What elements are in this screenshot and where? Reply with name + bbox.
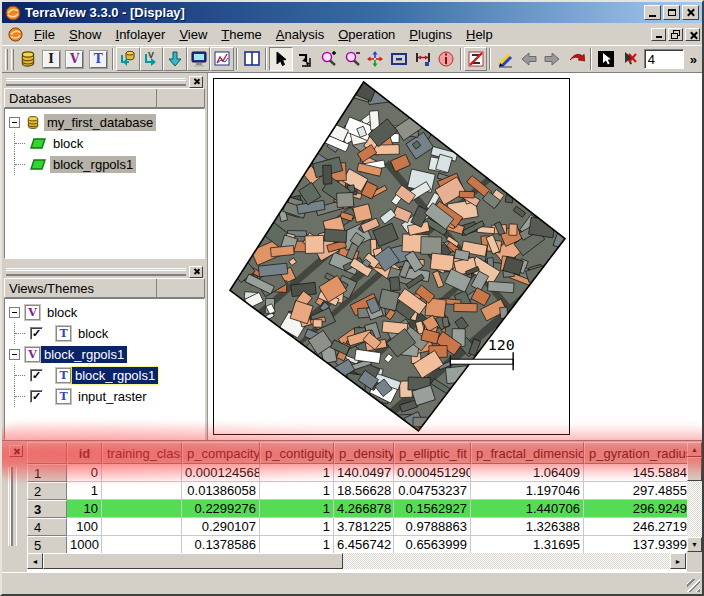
mdi-restore-button[interactable]: [668, 28, 683, 41]
cell-p-elliptic-fit[interactable]: 0.0004512905: [394, 464, 471, 482]
cell-p-gyration-radius[interactable]: 296.9249: [584, 500, 687, 518]
collapse-icon[interactable]: [9, 307, 20, 318]
scroll-left-button[interactable]: ◄: [27, 553, 43, 569]
cell-p-compacity[interactable]: 0.1378586: [182, 536, 260, 554]
layer-label[interactable]: block_rgpols1: [50, 156, 136, 173]
tree-item-theme[interactable]: ✓ T block: [7, 323, 204, 344]
tile-windows-button[interactable]: [240, 47, 264, 71]
checkbox-checked[interactable]: ✓: [30, 369, 43, 382]
checkbox-checked[interactable]: ✓: [30, 390, 43, 403]
mdi-minimize-button[interactable]: [651, 28, 666, 41]
tree-item-view[interactable]: V block: [7, 302, 204, 323]
row-number[interactable]: 4: [27, 518, 67, 536]
cell-p-contiguity[interactable]: 1: [260, 518, 334, 536]
cell-training-class[interactable]: [102, 500, 182, 518]
cell-p-gyration-radius[interactable]: 137.9399: [584, 536, 687, 554]
view-label[interactable]: block_rgpols1: [41, 346, 127, 363]
cell-id[interactable]: 100: [67, 518, 102, 536]
resize-grip[interactable]: [687, 579, 700, 592]
import-data-button[interactable]: [116, 47, 140, 71]
cell-p-elliptic-fit[interactable]: 0.04753237: [394, 482, 471, 500]
cell-p-gyration-radius[interactable]: 246.2719: [584, 518, 687, 536]
graphic-scale-button[interactable]: [464, 47, 488, 71]
database-label[interactable]: my_first_database: [44, 114, 156, 131]
previous-display-button[interactable]: [517, 47, 541, 71]
cell-p-compacity[interactable]: 0.2299276: [182, 500, 260, 518]
view-button[interactable]: V: [63, 47, 87, 71]
column-header-p-contiguity[interactable]: p_contiguity: [260, 442, 334, 464]
cell-p-density[interactable]: 6.456742: [334, 536, 394, 554]
theme-button[interactable]: T: [86, 47, 110, 71]
cell-id[interactable]: 0: [67, 464, 102, 482]
scroll-down-button[interactable]: ▼: [687, 537, 702, 552]
view-label[interactable]: block: [44, 304, 80, 321]
horizontal-scroll-thumb[interactable]: [43, 553, 343, 569]
tree-item-database[interactable]: my_first_database: [7, 112, 204, 133]
unselect-objects-button[interactable]: [617, 47, 641, 71]
cell-p-elliptic-fit[interactable]: 0.9788863: [394, 518, 471, 536]
cell-training-class[interactable]: [102, 482, 182, 500]
row-number[interactable]: 2: [27, 482, 67, 500]
column-header-p-gyration-radius[interactable]: p_gyration_radius: [584, 442, 687, 464]
cell-p-fractal-dimension[interactable]: 1.31695: [471, 536, 584, 554]
more-tools-chevron[interactable]: »: [687, 52, 700, 67]
column-header-p-density[interactable]: p_density: [334, 442, 394, 464]
vertical-scrollbar[interactable]: ▲ ▼: [687, 442, 702, 552]
cell-training-class[interactable]: [102, 536, 182, 554]
undo-button[interactable]: [564, 47, 588, 71]
scale-input[interactable]: [644, 49, 684, 69]
tree-item-layer[interactable]: block: [7, 133, 204, 154]
cell-p-elliptic-fit[interactable]: 0.6563999: [394, 536, 471, 554]
cell-p-density[interactable]: 3.781225: [334, 518, 394, 536]
zoom-in-button[interactable]: [317, 47, 341, 71]
databases-panel-close-button[interactable]: [189, 76, 203, 88]
menu-show[interactable]: Show: [62, 24, 109, 45]
cell-p-fractal-dimension[interactable]: 1.06409: [471, 464, 584, 482]
cell-p-compacity[interactable]: 0.01386058: [182, 482, 260, 500]
toolbar-grip[interactable]: [5, 49, 8, 70]
tree-item-theme[interactable]: ✓ T input_raster: [7, 386, 204, 407]
column-header-training-class[interactable]: training_class: [102, 442, 182, 464]
area-zoom-button[interactable]: [293, 47, 317, 71]
display-area[interactable]: 120: [207, 73, 702, 440]
cell-p-contiguity[interactable]: 1: [260, 500, 334, 518]
cell-p-contiguity[interactable]: 1: [260, 464, 334, 482]
row-number[interactable]: 3: [27, 500, 67, 518]
menu-analysis[interactable]: Analysis: [269, 24, 331, 45]
layer-label[interactable]: block: [50, 135, 86, 152]
pointer-tool-button[interactable]: [269, 47, 293, 71]
table-close-button[interactable]: [9, 445, 23, 457]
mdi-close-button[interactable]: [685, 28, 700, 41]
close-button[interactable]: [682, 5, 699, 20]
column-header-p-fractal-dimension[interactable]: p_fractal_dimension: [471, 442, 584, 464]
menu-plugins[interactable]: Plugins: [402, 24, 459, 45]
collapse-icon[interactable]: [9, 349, 20, 360]
add-view-button[interactable]: V: [140, 47, 164, 71]
tree-item-layer[interactable]: block_rgpols1: [7, 154, 204, 175]
scroll-right-button[interactable]: ►: [670, 553, 686, 569]
cell-p-fractal-dimension[interactable]: 1.326388: [471, 518, 584, 536]
menu-operation[interactable]: Operation: [331, 24, 402, 45]
map-canvas[interactable]: 120: [213, 78, 570, 435]
cell-p-gyration-radius[interactable]: 297.4855: [584, 482, 687, 500]
table-grip[interactable]: [8, 467, 17, 546]
cell-p-density[interactable]: 4.266878: [334, 500, 394, 518]
cell-id[interactable]: 1: [67, 482, 102, 500]
zoom-out-button[interactable]: [340, 47, 364, 71]
select-objects-button[interactable]: [594, 47, 618, 71]
cell-p-fractal-dimension[interactable]: 1.440706: [471, 500, 584, 518]
graphic-window-button[interactable]: [210, 47, 234, 71]
cell-p-density[interactable]: 140.0497: [334, 464, 394, 482]
views-panel-grip[interactable]: [4, 265, 205, 278]
views-panel-close-button[interactable]: [189, 266, 203, 278]
cell-p-contiguity[interactable]: 1: [260, 536, 334, 554]
pan-button[interactable]: [364, 47, 388, 71]
database-button[interactable]: [16, 47, 40, 71]
vertical-scroll-thumb[interactable]: [687, 457, 702, 481]
row-number[interactable]: 1: [27, 464, 67, 482]
row-number[interactable]: 5: [27, 536, 67, 554]
column-header-p-elliptic-fit[interactable]: p_elliptic_fit: [394, 442, 471, 464]
menu-help[interactable]: Help: [459, 24, 500, 45]
tree-item-theme[interactable]: ✓ T block_rgpols1: [7, 365, 204, 386]
cell-id[interactable]: 1000: [67, 536, 102, 554]
